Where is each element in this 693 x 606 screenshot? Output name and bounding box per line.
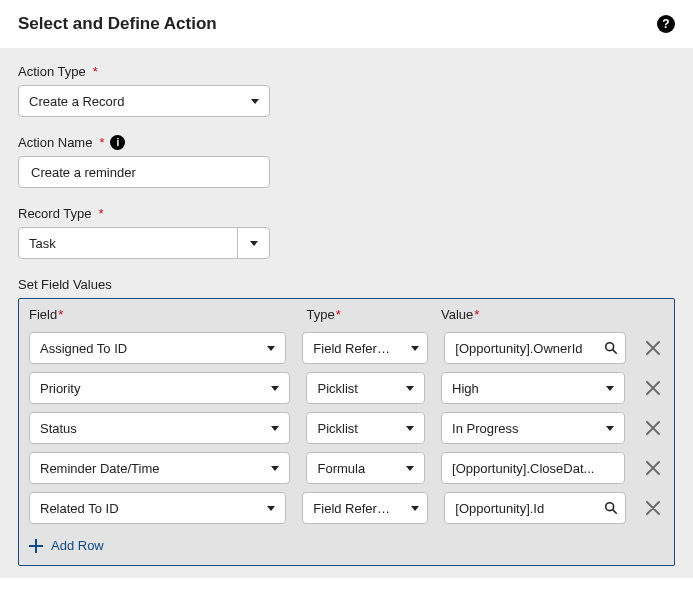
search-icon[interactable] xyxy=(597,493,625,523)
caret-down-icon xyxy=(406,466,414,471)
type-select[interactable]: Field Reference xyxy=(302,492,428,524)
delete-row-button[interactable] xyxy=(641,456,664,480)
record-type-dropdown-button[interactable] xyxy=(237,228,269,258)
action-type-select[interactable]: Create a Record xyxy=(18,85,270,117)
delete-row-button[interactable] xyxy=(642,496,664,520)
field-value: Status xyxy=(30,421,261,436)
grid-header: Field* Type* Value* xyxy=(19,299,674,328)
caret-down-icon xyxy=(267,346,275,351)
field-select[interactable]: Status xyxy=(29,412,290,444)
modal-title: Select and Define Action xyxy=(18,14,217,34)
table-row: Reminder Date/TimeFormula[Opportunity].C… xyxy=(29,448,664,488)
action-type-group: Action Type* Create a Record xyxy=(18,64,675,117)
table-row: Related To IDField Reference[Opportunity… xyxy=(29,488,664,528)
type-value: Picklist xyxy=(307,381,396,396)
grid-rows: Assigned To IDField Reference[Opportunit… xyxy=(19,328,674,528)
caret-down-icon xyxy=(250,241,258,246)
record-type-combobox[interactable]: Task xyxy=(18,227,270,259)
action-type-value: Create a Record xyxy=(29,94,124,109)
record-type-value: Task xyxy=(19,228,237,258)
field-value: Related To ID xyxy=(30,501,257,516)
delete-row-button[interactable] xyxy=(642,336,664,360)
search-icon[interactable] xyxy=(597,333,625,363)
add-row-button[interactable]: Add Row xyxy=(19,528,674,565)
required-marker: * xyxy=(98,206,103,221)
type-value: Formula xyxy=(307,461,396,476)
type-select[interactable]: Picklist xyxy=(306,372,425,404)
required-marker: * xyxy=(474,307,479,322)
delete-row-button[interactable] xyxy=(641,416,664,440)
caret-down-icon xyxy=(411,506,419,511)
table-row: Assigned To IDField Reference[Opportunit… xyxy=(29,328,664,368)
caret-down-icon xyxy=(606,426,614,431)
caret-down-icon xyxy=(271,466,279,471)
required-marker: * xyxy=(93,64,98,79)
action-name-input[interactable] xyxy=(29,164,259,181)
value-lookup[interactable]: [Opportunity].OwnerId xyxy=(444,332,625,364)
delete-row-button[interactable] xyxy=(641,376,664,400)
type-value: Field Reference xyxy=(303,341,403,356)
caret-down-icon xyxy=(406,386,414,391)
field-value: Priority xyxy=(30,381,261,396)
action-name-input-wrap xyxy=(18,156,270,188)
action-name-label: Action Name xyxy=(18,135,92,150)
field-select[interactable]: Reminder Date/Time xyxy=(29,452,290,484)
record-type-label: Record Type xyxy=(18,206,91,221)
field-value: Assigned To ID xyxy=(30,341,257,356)
field-select[interactable]: Priority xyxy=(29,372,290,404)
type-value: Picklist xyxy=(307,421,396,436)
required-marker: * xyxy=(99,135,104,150)
modal-header: Select and Define Action ? xyxy=(0,0,693,48)
field-select[interactable]: Assigned To ID xyxy=(29,332,286,364)
type-select[interactable]: Field Reference xyxy=(302,332,428,364)
help-icon[interactable]: ? xyxy=(657,15,675,33)
action-name-group: Action Name* i xyxy=(18,135,675,188)
value-picklist[interactable]: In Progress xyxy=(441,412,625,444)
field-value: Reminder Date/Time xyxy=(30,461,261,476)
col-field-label: Field xyxy=(29,307,57,322)
value-text: In Progress xyxy=(442,421,596,436)
svg-line-1 xyxy=(613,350,616,353)
record-type-group: Record Type* Task xyxy=(18,206,675,259)
value-text: [Opportunity].Id xyxy=(445,501,596,516)
field-select[interactable]: Related To ID xyxy=(29,492,286,524)
caret-down-icon xyxy=(271,386,279,391)
value-picklist[interactable]: High xyxy=(441,372,625,404)
modal-body: Action Type* Create a Record Action Name… xyxy=(0,48,693,578)
caret-down-icon xyxy=(606,386,614,391)
type-select[interactable]: Formula xyxy=(306,452,425,484)
svg-line-3 xyxy=(613,510,616,513)
plus-icon xyxy=(29,539,43,553)
col-value-label: Value xyxy=(441,307,473,322)
type-select[interactable]: Picklist xyxy=(306,412,425,444)
caret-down-icon xyxy=(251,99,259,104)
info-icon[interactable]: i xyxy=(110,135,125,150)
action-type-label: Action Type xyxy=(18,64,86,79)
add-row-label: Add Row xyxy=(51,538,104,553)
value-input[interactable]: [Opportunity].CloseDat... xyxy=(441,452,625,484)
caret-down-icon xyxy=(411,346,419,351)
value-lookup[interactable]: [Opportunity].Id xyxy=(444,492,625,524)
table-row: PriorityPicklistHigh xyxy=(29,368,664,408)
required-marker: * xyxy=(58,307,63,322)
required-marker: * xyxy=(336,307,341,322)
set-field-values-title: Set Field Values xyxy=(18,277,675,292)
caret-down-icon xyxy=(271,426,279,431)
table-row: StatusPicklistIn Progress xyxy=(29,408,664,448)
caret-down-icon xyxy=(267,506,275,511)
caret-down-icon xyxy=(406,426,414,431)
col-type-label: Type xyxy=(307,307,335,322)
value-text: [Opportunity].CloseDat... xyxy=(442,461,624,476)
field-values-grid: Field* Type* Value* Assigned To IDField … xyxy=(18,298,675,566)
value-text: High xyxy=(442,381,596,396)
type-value: Field Reference xyxy=(303,501,403,516)
value-text: [Opportunity].OwnerId xyxy=(445,341,596,356)
